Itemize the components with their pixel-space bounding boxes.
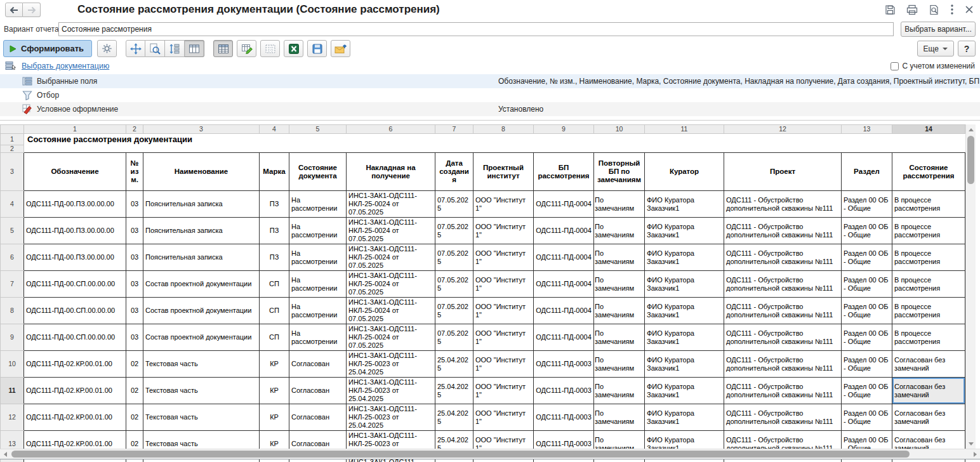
- column-header-12[interactable]: Проект: [724, 153, 842, 191]
- cell-r7-c5[interactable]: На рассмотрении: [289, 271, 347, 298]
- cell-r8-c3[interactable]: Состав проектной документации: [143, 298, 260, 324]
- row-number-5[interactable]: 5: [1, 218, 24, 244]
- column-header-13[interactable]: Раздел: [842, 153, 892, 191]
- cell-r9-c13[interactable]: Раздел 00 ОБ - Общие: [842, 324, 892, 351]
- row-number-9[interactable]: 9: [1, 324, 24, 351]
- changes-checkbox[interactable]: [891, 62, 899, 70]
- cell-r8-c1[interactable]: ОДС111-ПД-00.СП.00.00.00: [24, 298, 126, 324]
- column-number-8[interactable]: 8: [473, 125, 534, 134]
- cell-r5-c1[interactable]: ОДС111-ПД-00.ПЗ.00.00.00: [24, 218, 126, 244]
- cell-r5-c6[interactable]: ИНС1-ЗАК1-ОДС111-НКЛ-25-0024 от 07.05.20…: [347, 218, 435, 244]
- cell-r8-c6[interactable]: ИНС1-ЗАК1-ОДС111-НКЛ-25-0024 от 07.05.20…: [347, 298, 435, 324]
- cell-r12-c9[interactable]: ОДС111-ПД-0003: [534, 404, 594, 431]
- settings-row-conditional-appearance[interactable]: Условное оформление Установлено: [0, 102, 980, 116]
- cell-r12-c11[interactable]: ФИО Куратора Заказчик1: [645, 404, 724, 431]
- vertical-scroll-thumb[interactable]: [967, 136, 974, 184]
- column-header-3[interactable]: Наименование: [143, 153, 260, 191]
- select-documentation-link[interactable]: Выбрать документацию: [22, 62, 109, 70]
- cell-r10-c2[interactable]: 02: [126, 351, 143, 378]
- cell-r8-c4[interactable]: СП: [260, 298, 289, 324]
- cell-r10-c8[interactable]: ООО "Институт 1": [473, 351, 534, 378]
- column-header-11[interactable]: Куратор: [645, 153, 724, 191]
- cell-r9-c3[interactable]: Состав проектной документации: [143, 324, 260, 351]
- table-columns-button[interactable]: [185, 40, 204, 57]
- column-header-1[interactable]: Обозначение: [24, 153, 126, 191]
- cell-r8-c8[interactable]: ООО "Институт 1": [473, 298, 534, 324]
- cell-r10-c6[interactable]: ИНС1-ЗАК1-ОДС111-НКЛ-25-0023 от 25.04.20…: [347, 351, 435, 378]
- save-report-button[interactable]: [885, 4, 896, 15]
- cell-r5-c8[interactable]: ООО "Институт 1": [473, 218, 534, 244]
- scroll-right-arrow[interactable]: [971, 449, 979, 459]
- back-button[interactable]: [5, 3, 23, 17]
- cell-r7-c14[interactable]: В процессе рассмотрения: [892, 271, 965, 298]
- cell-r9-c7[interactable]: 07.05.2025: [435, 324, 473, 351]
- choose-variant-button[interactable]: Выбрать вариант...: [901, 22, 976, 37]
- cell-r11-c11[interactable]: ФИО Куратора Заказчик1: [645, 378, 724, 404]
- report-title-cell[interactable]: Состояние рассмотрения документации: [24, 134, 965, 145]
- help-button[interactable]: ?: [958, 41, 976, 56]
- column-header-6[interactable]: Накладная на получение: [347, 153, 435, 191]
- row-height-button[interactable]: [165, 40, 185, 57]
- cell-r5-c12[interactable]: ОДС111 - Обустройство дополнительной скв…: [724, 218, 842, 244]
- cell-r6-c10[interactable]: По замечаниям: [594, 244, 645, 271]
- cell-r7-c6[interactable]: ИНС1-ЗАК1-ОДС111-НКЛ-25-0024 от 07.05.20…: [347, 271, 435, 298]
- cell-r4-c10[interactable]: По замечаниям: [594, 191, 645, 218]
- cell-r12-c3[interactable]: Текстовая часть: [143, 404, 260, 431]
- cell-r8-c14[interactable]: В процессе рассмотрения: [892, 298, 965, 324]
- cell-r9-c5[interactable]: На рассмотрении: [289, 324, 347, 351]
- cell-r4-c1[interactable]: ОДС111-ПД-00.ПЗ.00.00.00: [24, 191, 126, 218]
- column-header-4[interactable]: Марка: [260, 153, 289, 191]
- cell-r11-c8[interactable]: ООО "Институт 1": [473, 378, 534, 404]
- cell-r8-c9[interactable]: ОДС111-ПД-0004: [534, 298, 594, 324]
- cell-r6-c3[interactable]: Пояснительная записка: [143, 244, 260, 271]
- cell-r11-c2[interactable]: 02: [126, 378, 143, 404]
- cell-r4-c8[interactable]: ООО "Институт 1": [473, 191, 534, 218]
- cell-r10-c5[interactable]: Согласован: [289, 351, 347, 378]
- send-email-button[interactable]: [331, 40, 350, 57]
- row-number-4[interactable]: 4: [1, 191, 24, 218]
- cell-r8-c5[interactable]: На рассмотрении: [289, 298, 347, 324]
- cell-r10-c14[interactable]: Согласован без замечаний: [892, 351, 965, 378]
- cell-r10-c9[interactable]: ОДС111-ПД-0003: [534, 351, 594, 378]
- cell-r7-c1[interactable]: ОДС111-ПД-00.СП.00.00.00: [24, 271, 126, 298]
- column-header-14[interactable]: Состояние рассмотрения: [892, 153, 965, 191]
- save-file-button[interactable]: [307, 40, 327, 57]
- column-number-4[interactable]: 4: [260, 125, 289, 134]
- cell-r11-c14[interactable]: Согласован без замечаний: [892, 378, 965, 404]
- column-header-7[interactable]: Дата создания: [435, 153, 473, 191]
- cell-r5-c4[interactable]: ПЗ: [260, 218, 289, 244]
- cell-r12-c14[interactable]: Согласован без замечаний: [892, 404, 965, 431]
- cell-r10-c3[interactable]: Текстовая часть: [143, 351, 260, 378]
- column-number-5[interactable]: 5: [289, 125, 347, 134]
- cell-r10-c11[interactable]: ФИО Куратора Заказчик1: [645, 351, 724, 378]
- cell-r11-c9[interactable]: ОДС111-ПД-0003: [534, 378, 594, 404]
- scroll-up-arrow[interactable]: [966, 126, 976, 133]
- cell-r5-c2[interactable]: 03: [126, 218, 143, 244]
- cell-r7-c10[interactable]: По замечаниям: [594, 271, 645, 298]
- cell-r11-c4[interactable]: КР: [260, 378, 289, 404]
- cell-r11-c13[interactable]: Раздел 00 ОБ - Общие: [842, 378, 892, 404]
- cell-r9-c4[interactable]: СП: [260, 324, 289, 351]
- settings-row-filter[interactable]: Отбор: [0, 88, 980, 102]
- cell-r6-c2[interactable]: 03: [126, 244, 143, 271]
- cell-r7-c7[interactable]: 07.05.2025: [435, 271, 473, 298]
- row-number-1[interactable]: 1: [1, 134, 24, 145]
- row-number-7[interactable]: 7: [1, 271, 24, 298]
- generate-button[interactable]: Сформировать: [3, 40, 92, 57]
- cell-r7-c9[interactable]: ОДС111-ПД-0004: [534, 271, 594, 298]
- column-number-3[interactable]: 3: [143, 125, 260, 134]
- column-number-12[interactable]: 12: [724, 125, 842, 134]
- zoom-document-button[interactable]: [145, 40, 165, 57]
- row-number-8[interactable]: 8: [1, 298, 24, 324]
- cell-r9-c11[interactable]: ФИО Куратора Заказчик1: [645, 324, 724, 351]
- column-header-8[interactable]: Проектный институт: [473, 153, 534, 191]
- column-number-6[interactable]: 6: [347, 125, 435, 134]
- column-number-7[interactable]: 7: [435, 125, 473, 134]
- more-button[interactable]: Еще: [917, 41, 954, 56]
- print-button[interactable]: [906, 4, 918, 15]
- cell-r7-c2[interactable]: 03: [126, 271, 143, 298]
- scroll-left-arrow[interactable]: [1, 449, 9, 459]
- horizontal-scrollbar[interactable]: [0, 449, 980, 459]
- cell-r4-c3[interactable]: Пояснительная записка: [143, 191, 260, 218]
- excel-export-button[interactable]: [284, 40, 303, 57]
